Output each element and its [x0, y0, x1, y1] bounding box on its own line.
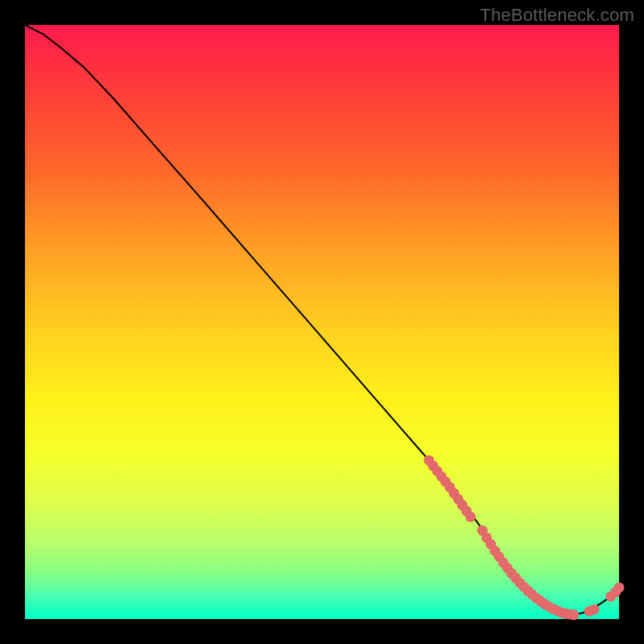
data-marker: [614, 582, 625, 592]
bottleneck-curve: [25, 25, 619, 616]
chart-frame: TheBottleneck.com: [0, 0, 644, 644]
chart-svg: [25, 25, 619, 619]
data-marker: [568, 609, 579, 620]
data-marker: [589, 605, 600, 615]
data-markers: [423, 455, 624, 620]
data-marker: [465, 512, 476, 522]
watermark-text: TheBottleneck.com: [480, 5, 634, 26]
plot-area: [25, 25, 619, 619]
